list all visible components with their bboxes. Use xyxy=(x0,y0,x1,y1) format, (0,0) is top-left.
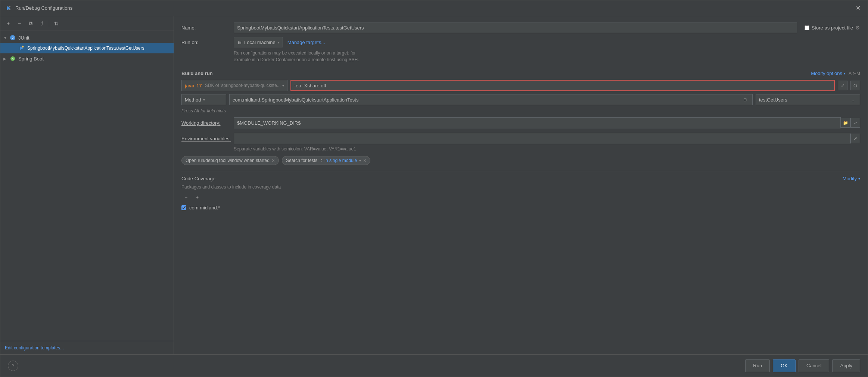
local-machine-dropdown[interactable]: 🖥 Local machine ▾ xyxy=(234,37,283,47)
separator-hint: Separate variables with semicolon: VAR=v… xyxy=(181,146,860,152)
copy-config-button[interactable]: ⧉ xyxy=(26,19,35,28)
toolbar-divider xyxy=(49,20,49,27)
working-dir-label: Working directory: xyxy=(181,120,234,126)
build-run-title: Build and run xyxy=(181,71,213,76)
junit-icon: J xyxy=(9,34,16,41)
left-footer: Edit configuration templates... xyxy=(0,341,174,354)
expand-vm-options-btn[interactable]: ⤢ xyxy=(838,81,847,90)
dialog-icon xyxy=(5,4,12,12)
tag-search-label: Search for tests: xyxy=(286,158,318,163)
run-debug-dialog: Run/Debug Configurations ✕ + − ⧉ ⤴ xyxy=(0,0,868,377)
java-sdk-dropdown[interactable]: java 17 SDK of 'springboot-mybatis-quick… xyxy=(181,80,287,91)
add-config-button[interactable]: + xyxy=(3,19,13,28)
right-panel: Name: Store as project file ⚙ Run on: 🖥 … xyxy=(174,16,868,354)
build-run-row: java 17 SDK of 'springboot-mybatis-quick… xyxy=(181,80,860,91)
coverage-title: Code Coverage xyxy=(181,176,215,181)
coverage-modify-link[interactable]: Modify ▾ xyxy=(843,176,860,181)
tag-search: Search for tests:: In single module ▾ × xyxy=(282,156,370,165)
apply-button[interactable]: Apply xyxy=(832,359,860,372)
tree-group-junit[interactable]: ▼ J JUnit xyxy=(0,32,174,43)
coverage-item: com.midland.* xyxy=(181,204,860,212)
run-button[interactable]: Run xyxy=(745,359,770,372)
remove-config-button[interactable]: − xyxy=(15,19,24,28)
method-type-dropdown[interactable]: Method ▾ xyxy=(181,94,226,105)
working-dir-input[interactable] xyxy=(234,117,841,128)
method-name-field: … xyxy=(756,94,860,105)
env-vars-label: Environment variables: xyxy=(181,136,234,141)
tag-run-debug: Open run/debug tool window when started … xyxy=(181,156,279,165)
move-up-button[interactable]: ⤴ xyxy=(37,19,47,28)
name-label: Name: xyxy=(181,25,234,31)
tag-search-dropdown-icon[interactable]: ▾ xyxy=(359,159,361,163)
method-label: Method xyxy=(185,97,201,103)
modify-options-area: Modify options ▾ Alt+M xyxy=(811,71,860,76)
press-alt-hint: Press Alt for field hints xyxy=(181,108,860,113)
springboot-icon: S xyxy=(9,55,16,62)
run-help-text: Run configurations may be executed local… xyxy=(181,50,860,63)
test-item-label: SpringbootMybatisQuickstartApplicationTe… xyxy=(27,46,144,51)
tree-group-springboot[interactable]: ▶ S Spring Boot xyxy=(0,53,174,64)
sdk-detail: SDK of 'springboot-mybatis-quickste... xyxy=(205,83,281,88)
coverage-item-label: com.midland.* xyxy=(189,205,220,211)
coverage-remove-btn[interactable]: − xyxy=(181,193,190,202)
run-on-row: Run on: 🖥 Local machine ▾ Manage targets… xyxy=(181,37,860,47)
working-dir-expand-btn[interactable]: ⤢ xyxy=(850,118,860,128)
vm-options-extra-btn[interactable]: ⬡ xyxy=(850,81,860,90)
tag-search-close[interactable]: × xyxy=(363,158,366,163)
tag-search-value[interactable]: In single module xyxy=(324,158,357,163)
local-machine-label: Local machine xyxy=(244,40,276,45)
junit-label: JUnit xyxy=(18,35,29,41)
sort-button[interactable]: ⇅ xyxy=(52,19,61,28)
env-vars-input[interactable] xyxy=(234,133,850,144)
tree-item-test[interactable]: SpringbootMybatisQuickstartApplicationTe… xyxy=(0,43,174,53)
method-name-input[interactable] xyxy=(759,97,848,103)
left-toolbar: + − ⧉ ⤴ ⇅ xyxy=(0,16,174,31)
computer-icon: 🖥 xyxy=(237,40,242,45)
sdk-dropdown-arrow: ▾ xyxy=(282,84,284,88)
coverage-item-checkbox[interactable] xyxy=(181,205,186,210)
store-settings-icon[interactable]: ⚙ xyxy=(855,25,860,31)
help-button[interactable]: ? xyxy=(8,361,18,371)
bottom-bar: ? Run OK Cancel Apply xyxy=(0,354,868,377)
tags-row: Open run/debug tool window when started … xyxy=(181,156,860,165)
build-run-header: Build and run Modify options ▾ Alt+M xyxy=(181,71,860,76)
class-browse-btn[interactable]: ⊞ xyxy=(740,95,749,104)
coverage-section: Code Coverage Modify ▾ Packages and clas… xyxy=(181,171,860,212)
modify-options-link[interactable]: Modify options ▾ xyxy=(811,71,846,76)
store-project-checkbox[interactable] xyxy=(805,25,809,30)
java-keyword: java xyxy=(185,83,194,88)
svg-rect-2 xyxy=(9,9,10,10)
close-button[interactable]: ✕ xyxy=(853,3,863,13)
env-vars-expand-btn[interactable]: ⤢ xyxy=(850,134,860,143)
ok-button[interactable]: OK xyxy=(773,359,796,372)
method-browse-btn[interactable]: … xyxy=(848,95,857,104)
store-project-area: Store as project file ⚙ xyxy=(805,25,860,31)
shortcut-hint: Alt+M xyxy=(849,71,860,76)
working-dir-row: Working directory: 📁 ⤢ xyxy=(181,117,860,128)
svg-point-4 xyxy=(22,46,24,48)
bottom-left: ? xyxy=(8,361,742,371)
store-project-label[interactable]: Store as project file xyxy=(805,25,853,31)
working-dir-browse-btn[interactable]: 📁 xyxy=(841,118,850,128)
springboot-label: Spring Boot xyxy=(18,56,44,62)
name-input[interactable] xyxy=(234,22,797,33)
vm-options-input[interactable] xyxy=(294,83,831,88)
dialog-title: Run/Debug Configurations xyxy=(15,5,853,11)
class-field: ⊞ xyxy=(229,94,753,105)
env-vars-row: Environment variables: ⤢ xyxy=(181,133,860,144)
class-input[interactable] xyxy=(233,97,740,103)
collapse-arrow-junit: ▼ xyxy=(3,36,9,40)
test-method-icon xyxy=(18,45,25,52)
coverage-toolbar: − + xyxy=(181,193,860,202)
coverage-add-btn[interactable]: + xyxy=(193,193,202,202)
tag-run-debug-close[interactable]: × xyxy=(272,158,275,163)
coverage-header: Code Coverage Modify ▾ xyxy=(181,176,860,181)
left-panel: + − ⧉ ⤴ ⇅ ▼ xyxy=(0,16,174,354)
cancel-button[interactable]: Cancel xyxy=(799,359,829,372)
coverage-desc: Packages and classes to include in cover… xyxy=(181,184,860,190)
edit-templates-link[interactable]: Edit configuration templates... xyxy=(5,345,64,350)
svg-rect-1 xyxy=(9,6,10,7)
config-tree: ▼ J JUnit SpringbootMybatisQui xyxy=(0,31,174,341)
manage-targets-link[interactable]: Manage targets... xyxy=(287,40,325,45)
vm-options-field xyxy=(290,80,835,91)
